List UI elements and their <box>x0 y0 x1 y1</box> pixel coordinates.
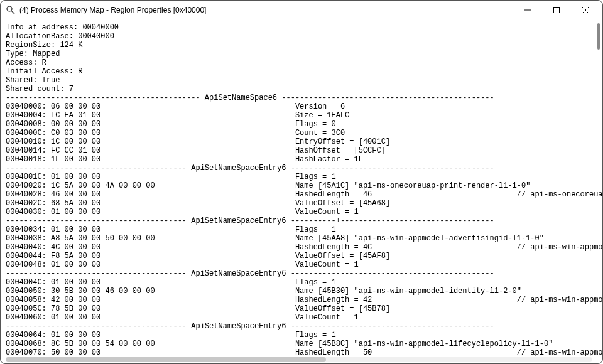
horizontal-scrollbar-thumb[interactable] <box>6 357 326 362</box>
content-viewport[interactable]: Info at address: 00040000 AllocationBase… <box>1 19 602 356</box>
svg-line-1 <box>11 11 14 14</box>
window-buttons <box>513 1 600 19</box>
titlebar[interactable]: (4) Process Memory Map - Region Properti… <box>1 1 602 19</box>
vertical-scrollbar-thumb[interactable] <box>597 23 600 50</box>
minimize-button[interactable] <box>513 1 542 19</box>
memory-dump-text[interactable]: Info at address: 00040000 AllocationBase… <box>1 19 602 356</box>
window-title: (4) Process Memory Map - Region Properti… <box>19 6 513 14</box>
close-button[interactable] <box>571 1 600 19</box>
svg-point-0 <box>7 6 12 11</box>
svg-rect-3 <box>554 7 560 13</box>
app-icon <box>6 5 16 15</box>
maximize-button[interactable] <box>542 1 571 19</box>
